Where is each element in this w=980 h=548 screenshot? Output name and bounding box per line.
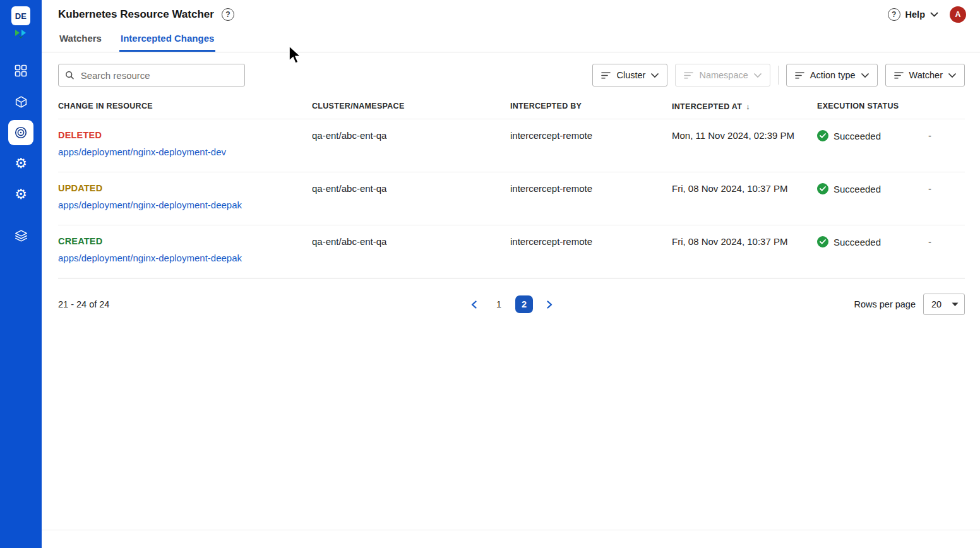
watcher-target-icon	[14, 126, 28, 140]
pagination-bar: 21 - 24 of 24 1 2 Rows per page 20	[58, 278, 965, 315]
rows-per-page-select[interactable]: 20	[923, 294, 965, 315]
avatar[interactable]: A	[950, 6, 966, 23]
sort-desc-icon[interactable]: ↓	[746, 102, 750, 111]
column-header-change-in-resource[interactable]: CHANGE IN RESOURCE	[58, 102, 312, 110]
chevron-left-icon	[471, 301, 477, 309]
execution-status-cell: Succeeded	[817, 236, 928, 247]
brand-emblem-icon	[13, 28, 29, 39]
chevron-down-icon	[651, 73, 659, 78]
filter-action-type-button[interactable]: Action type	[786, 64, 878, 86]
filter-icon	[601, 71, 611, 80]
chevron-right-icon	[547, 301, 553, 309]
success-check-icon	[817, 183, 828, 194]
sidebar-item-stacks[interactable]	[8, 223, 33, 248]
execution-status-cell: Succeeded	[817, 183, 928, 194]
sidebar-item-settings[interactable]: ⚙	[8, 151, 33, 176]
sidebar-item-administration[interactable]: ⚙	[8, 182, 33, 207]
action-label: DELETED	[58, 130, 304, 140]
footer-divider	[42, 530, 980, 530]
tab-watchers[interactable]: Watchers	[58, 29, 103, 52]
table-row: UPDATED apps/deployment/nginx-deployment…	[58, 172, 965, 225]
chevron-down-icon	[754, 73, 762, 78]
page-button-2[interactable]: 2	[515, 295, 533, 313]
search-input[interactable]	[80, 69, 238, 81]
gear-icon: ⚙	[15, 157, 27, 170]
top-bar: Kubernetes Resource Watcher ? ? Help A	[42, 0, 980, 29]
rows-per-page-label: Rows per page	[854, 299, 916, 309]
help-label[interactable]: Help	[905, 9, 925, 20]
resource-link[interactable]: apps/deployment/nginx-deployment-deepak	[58, 253, 242, 263]
page-button-1[interactable]: 1	[490, 295, 508, 313]
detail-cell: -	[928, 236, 965, 247]
filter-bar: Cluster Namespace Action type Watcher	[592, 64, 965, 86]
tab-intercepted-changes[interactable]: Intercepted Changes	[119, 29, 215, 52]
resource-link[interactable]: apps/deployment/nginx-deployment-deepak	[58, 200, 242, 210]
intercepted-by-cell: intercercept-remote	[510, 183, 672, 194]
rows-per-page: Rows per page 20	[558, 294, 965, 315]
column-header-intercepted-by[interactable]: INTERCEPTED BY	[510, 102, 672, 110]
detail-cell: -	[928, 183, 965, 194]
success-check-icon	[817, 236, 828, 247]
page-title: Kubernetes Resource Watcher	[58, 8, 214, 21]
action-label: UPDATED	[58, 183, 304, 193]
table-header-row: CHANGE IN RESOURCE CLUSTER/NAMESPACE INT…	[58, 92, 965, 119]
title-help-icon[interactable]: ?	[222, 8, 234, 21]
filter-divider	[778, 66, 779, 85]
intercepted-by-cell: intercercept-remote	[510, 130, 672, 141]
sidebar-item-apps-grid[interactable]	[8, 58, 33, 83]
help-icon[interactable]: ?	[888, 8, 900, 21]
table-row: DELETED apps/deployment/nginx-deployment…	[58, 119, 965, 172]
filter-icon	[684, 71, 693, 80]
filter-icon	[894, 71, 904, 80]
cluster-namespace-cell: qa-ent/abc-ent-qa	[312, 183, 510, 194]
table-row: CREATED apps/deployment/nginx-deployment…	[58, 225, 965, 278]
filter-icon	[795, 71, 804, 80]
search-icon	[65, 70, 75, 80]
logo-badge: DE	[11, 6, 30, 25]
main-area: Kubernetes Resource Watcher ? ? Help A W…	[42, 0, 980, 548]
change-in-resource-cell: DELETED apps/deployment/nginx-deployment…	[58, 130, 312, 157]
column-header-cluster-namespace[interactable]: CLUSTER/NAMESPACE	[312, 102, 510, 110]
chevron-down-icon	[948, 73, 956, 78]
success-check-icon	[817, 130, 828, 141]
toolbar: Cluster Namespace Action type Watcher	[58, 64, 965, 86]
filter-namespace-button[interactable]: Namespace	[675, 64, 770, 86]
cluster-namespace-cell: qa-ent/abc-ent-qa	[312, 236, 510, 247]
intercepted-at-cell: Fri, 08 Nov 2024, 10:37 PM	[672, 236, 817, 247]
resource-link[interactable]: apps/deployment/nginx-deployment-dev	[58, 146, 226, 157]
chevron-down-icon	[861, 73, 869, 78]
intercepted-at-cell: Fri, 08 Nov 2024, 10:37 PM	[672, 183, 817, 194]
execution-status-cell: Succeeded	[817, 130, 928, 141]
cluster-namespace-cell: qa-ent/abc-ent-qa	[312, 130, 510, 141]
chevron-down-icon[interactable]	[930, 12, 938, 17]
results-range-label: 21 - 24 of 24	[58, 299, 465, 309]
sidebar-nav: ⚙ ⚙	[8, 58, 33, 248]
status-label: Succeeded	[834, 131, 881, 141]
column-header-execution-status[interactable]: EXECUTION STATUS	[817, 102, 928, 110]
status-label: Succeeded	[834, 237, 881, 247]
next-page-button[interactable]	[541, 295, 558, 313]
change-in-resource-cell: CREATED apps/deployment/nginx-deployment…	[58, 236, 312, 263]
sidebar-item-resource-watcher[interactable]	[8, 120, 33, 145]
filter-watcher-button[interactable]: Watcher	[885, 64, 965, 86]
content: Cluster Namespace Action type Watcher	[42, 52, 980, 315]
action-label: CREATED	[58, 236, 304, 246]
filter-cluster-button[interactable]: Cluster	[592, 64, 667, 86]
layers-icon	[15, 229, 28, 242]
app-logo[interactable]: DE	[11, 0, 30, 39]
gear-circle-icon: ⚙	[15, 188, 27, 201]
previous-page-button[interactable]	[465, 295, 482, 313]
column-header-intercepted-at[interactable]: INTERCEPTED AT ↓	[672, 102, 817, 111]
status-label: Succeeded	[834, 184, 881, 194]
intercepted-changes-table: CHANGE IN RESOURCE CLUSTER/NAMESPACE INT…	[58, 92, 965, 278]
change-in-resource-cell: UPDATED apps/deployment/nginx-deployment…	[58, 183, 312, 210]
search-box[interactable]	[58, 64, 245, 86]
top-right-controls: ? Help A	[888, 6, 966, 23]
detail-cell: -	[928, 130, 965, 141]
select-caret-icon	[952, 302, 959, 307]
intercepted-by-cell: intercercept-remote	[510, 236, 672, 247]
tab-bar: Watchers Intercepted Changes	[42, 29, 980, 52]
cube-icon	[15, 95, 28, 109]
sidebar-item-resources[interactable]	[8, 89, 33, 114]
intercepted-at-cell: Mon, 11 Nov 2024, 02:39 PM	[672, 130, 817, 141]
